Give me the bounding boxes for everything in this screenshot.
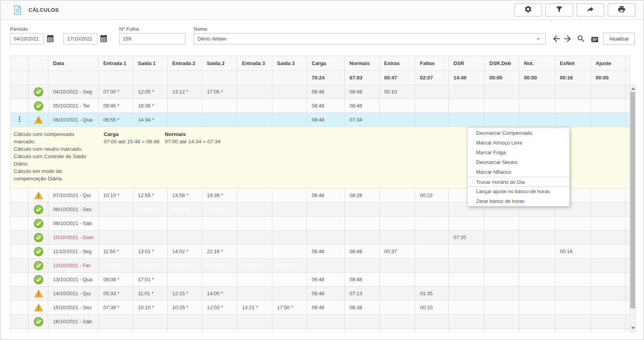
time-cell[interactable]: [237, 188, 272, 203]
context-menu-item[interactable]: Trocar Horário do Dia: [468, 177, 569, 187]
next-arrow-icon[interactable]: [563, 34, 572, 45]
time-cell[interactable]: 12:05 *: [133, 85, 168, 99]
folha-input[interactable]: [119, 33, 185, 44]
column-header-ajuste[interactable]: Ajuste: [591, 56, 626, 71]
time-cell[interactable]: 12:15 *: [168, 287, 202, 301]
time-cell[interactable]: ATMED: [168, 203, 202, 217]
time-cell[interactable]: [133, 315, 168, 329]
time-cell[interactable]: 10:10 *: [133, 301, 168, 315]
time-cell[interactable]: 11:01 *: [133, 287, 168, 301]
time-cell[interactable]: [272, 99, 307, 113]
time-cell[interactable]: [168, 231, 202, 245]
time-cell[interactable]: [272, 315, 307, 329]
time-cell[interactable]: [237, 273, 272, 287]
time-cell[interactable]: [237, 85, 272, 99]
time-cell[interactable]: 19:39 *: [202, 188, 237, 203]
time-cell[interactable]: 14:34 *: [133, 113, 168, 127]
time-cell[interactable]: 22:16 *: [202, 245, 237, 259]
prev-arrow-icon[interactable]: [552, 34, 561, 45]
forward-button[interactable]: [577, 4, 604, 16]
time-cell[interactable]: [99, 315, 133, 329]
time-cell[interactable]: [272, 231, 307, 245]
nome-select[interactable]: Dênis Weber: [194, 33, 546, 44]
settings-button[interactable]: [514, 4, 542, 16]
time-cell[interactable]: [237, 287, 272, 301]
time-cell[interactable]: 07:39 *: [99, 301, 133, 315]
atualizar-button[interactable]: Atualizar: [603, 33, 635, 45]
time-cell[interactable]: ATMED: [202, 203, 237, 217]
time-cell[interactable]: [237, 99, 272, 113]
time-cell[interactable]: [99, 217, 133, 231]
time-cell[interactable]: [99, 231, 133, 245]
time-cell[interactable]: [168, 99, 202, 113]
kebab-menu-icon[interactable]: [16, 115, 23, 123]
time-cell[interactable]: [272, 85, 307, 99]
time-cell[interactable]: ATMED: [133, 203, 168, 217]
time-cell[interactable]: [168, 113, 202, 127]
time-cell[interactable]: [272, 245, 307, 259]
time-cell[interactable]: [272, 217, 307, 231]
time-cell[interactable]: Feriado: [272, 259, 307, 273]
context-menu-item[interactable]: Marcar NBanco: [468, 167, 569, 177]
time-cell[interactable]: [272, 113, 307, 127]
column-header-normais[interactable]: Normais: [345, 56, 379, 71]
column-header-not-[interactable]: Not.: [519, 56, 555, 71]
time-cell[interactable]: [237, 217, 272, 231]
time-cell[interactable]: 17:01 *: [133, 273, 168, 287]
time-cell[interactable]: 10:25 *: [168, 301, 202, 315]
column-header-sa-da-3[interactable]: Saída 3: [272, 56, 307, 71]
context-menu-item[interactable]: Marcar Folga: [468, 148, 569, 157]
column-header-entrada-3[interactable]: Entrada 3: [237, 56, 272, 71]
context-menu-item[interactable]: Desmarcar Compensado: [468, 128, 569, 138]
column-header-carga[interactable]: Carga: [307, 56, 345, 71]
time-cell[interactable]: Feriado: [99, 259, 133, 273]
time-cell[interactable]: [237, 315, 272, 329]
time-cell[interactable]: [202, 315, 237, 329]
time-cell[interactable]: [168, 315, 202, 329]
scroll-up-arrow-icon[interactable]: [631, 87, 635, 90]
calendar-icon[interactable]: [46, 34, 55, 44]
time-cell[interactable]: Feriado: [168, 259, 202, 273]
time-cell[interactable]: 12:03 *: [202, 301, 237, 315]
time-cell[interactable]: 13:21 *: [237, 301, 272, 315]
time-cell[interactable]: Feriado: [202, 259, 237, 273]
column-header-faltas[interactable]: Faltas: [415, 56, 449, 71]
time-cell[interactable]: 05:33 *: [99, 287, 133, 301]
sheet-view-icon[interactable]: [590, 35, 599, 46]
context-menu-item[interactable]: Marcar Almoço Livre: [468, 138, 569, 148]
time-cell[interactable]: [272, 273, 307, 287]
column-header-exnot[interactable]: ExNot: [555, 56, 591, 71]
time-cell[interactable]: [202, 113, 237, 127]
column-header-entrada-2[interactable]: Entrada 2: [168, 56, 202, 71]
time-cell[interactable]: 14:00 *: [202, 287, 237, 301]
column-header-data[interactable]: Data: [48, 56, 99, 71]
time-cell[interactable]: [168, 273, 202, 287]
calendar-icon[interactable]: [99, 34, 109, 44]
search-icon[interactable]: [577, 34, 586, 45]
time-cell[interactable]: [168, 217, 202, 231]
column-header-entrada-1[interactable]: Entrada 1: [99, 56, 133, 71]
time-cell[interactable]: [202, 273, 237, 287]
time-cell[interactable]: 13:58 *: [168, 188, 202, 203]
time-cell[interactable]: [202, 231, 237, 245]
time-cell[interactable]: [272, 287, 307, 301]
time-cell[interactable]: 17:05 *: [202, 85, 237, 99]
vertical-scrollbar[interactable]: [630, 85, 636, 332]
column-header-sa-da-2[interactable]: Saída 2: [202, 56, 237, 71]
time-cell[interactable]: 07:00 *: [99, 85, 133, 99]
context-menu-item[interactable]: Desmarcar Neutro: [468, 157, 569, 167]
time-cell[interactable]: 13:12 *: [168, 85, 202, 99]
column-header-dsr-deb[interactable]: DSR.Deb: [485, 56, 519, 71]
time-cell[interactable]: 14:02 *: [168, 245, 202, 259]
periodo-from-input[interactable]: [10, 33, 44, 44]
column-header-dsr[interactable]: DSR: [449, 56, 485, 71]
time-cell[interactable]: 06:55 *: [99, 113, 133, 127]
time-cell[interactable]: 17:50 *: [272, 301, 307, 315]
time-cell[interactable]: [133, 217, 168, 231]
periodo-to-input[interactable]: [64, 33, 97, 44]
time-cell[interactable]: [133, 231, 168, 245]
time-cell[interactable]: [237, 245, 272, 259]
time-cell[interactable]: ATMED: [99, 203, 133, 217]
time-cell[interactable]: 12:55 *: [133, 188, 168, 203]
time-cell[interactable]: 10:10 *: [99, 188, 133, 203]
